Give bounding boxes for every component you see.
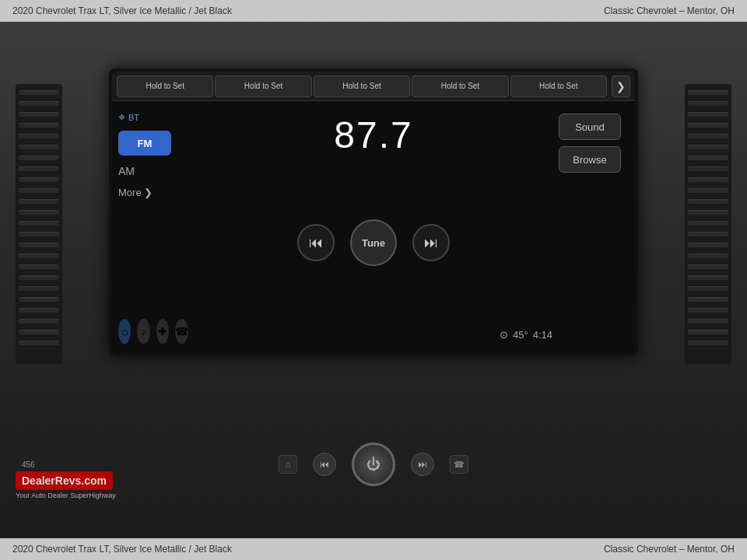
vent-slat xyxy=(19,286,59,291)
am-source-button[interactable]: AM xyxy=(118,162,188,180)
header-right: Classic Chevrolet – Mentor, OH xyxy=(604,5,735,16)
preset-button-2[interactable]: Hold to Set xyxy=(215,75,311,97)
add-icon: ✚ xyxy=(158,325,167,338)
preset-button-5[interactable]: Hold to Set xyxy=(510,75,607,97)
vent-slat xyxy=(19,145,59,149)
header-left: 2020 Chevrolet Trax LT, Silver Ice Metal… xyxy=(12,5,232,16)
screen-main-content: ⌖ BT FM AM More ❯ ⌂ ♪ xyxy=(112,101,635,353)
vent-slat xyxy=(19,199,59,204)
sound-button[interactable]: Sound xyxy=(559,114,621,140)
vent-slat xyxy=(19,232,59,236)
bt-label: BT xyxy=(128,113,139,122)
physical-controls: ⌂ ⏮ ⏻ ⏭ ☎ xyxy=(226,429,521,499)
vent-slat xyxy=(19,123,59,128)
watermark-logo[interactable]: DealerRevs.com xyxy=(16,471,113,490)
watermark-logo-suffix: .com xyxy=(81,474,107,487)
right-vent xyxy=(685,84,731,364)
bottom-nav-icons: ⌂ ♪ ✚ ☎ xyxy=(118,319,188,347)
vent-slat xyxy=(688,264,728,269)
fast-forward-button[interactable]: ⏭ xyxy=(412,224,450,261)
more-button[interactable]: More ❯ xyxy=(118,187,188,198)
music-nav-icon[interactable]: ♪ xyxy=(137,319,149,344)
left-panel: ⌖ BT FM AM More ❯ ⌂ ♪ xyxy=(118,107,188,347)
vent-slat xyxy=(19,275,59,280)
vent-slat xyxy=(19,156,59,160)
vent-slat xyxy=(19,221,59,226)
watermark-logo-text: DealerRevs xyxy=(22,474,81,487)
vent-slat xyxy=(688,188,728,193)
vent-slat xyxy=(19,330,59,334)
rewind-button[interactable]: ⏮ xyxy=(297,224,335,261)
vent-slat xyxy=(19,90,59,95)
phone-nav-icon[interactable]: ☎ xyxy=(175,319,188,344)
vent-slat xyxy=(688,221,728,226)
vent-slat xyxy=(688,286,728,291)
playback-controls: ⏮ Tune ⏭ xyxy=(297,219,450,266)
home-icon: ⌂ xyxy=(121,325,128,338)
tune-button[interactable]: Tune xyxy=(350,219,397,266)
vent-slat xyxy=(688,210,728,215)
vent-slat xyxy=(688,101,728,106)
music-icon: ♪ xyxy=(141,325,146,338)
vent-slat xyxy=(19,188,59,193)
next-track-icon: ⏭ xyxy=(418,459,427,470)
bluetooth-indicator: ⌖ BT xyxy=(118,110,188,124)
center-panel: 87.7 ⏮ Tune ⏭ ⊙ 45° 4:14 xyxy=(195,107,552,347)
preset-button-4[interactable]: Hold to Set xyxy=(412,75,508,97)
footer-left: 2020 Chevrolet Trax LT, Silver Ice Metal… xyxy=(12,544,232,555)
preset-next-arrow[interactable]: ❯ xyxy=(612,75,630,97)
vent-slat xyxy=(19,341,59,345)
vent-slat xyxy=(19,308,59,313)
fast-forward-icon: ⏭ xyxy=(424,235,438,251)
vent-slat xyxy=(688,330,728,334)
vent-slat xyxy=(19,243,59,247)
vent-slat xyxy=(688,275,728,280)
vent-slat xyxy=(19,319,59,324)
vent-slat xyxy=(19,112,59,117)
time-display: 4:14 xyxy=(533,329,552,341)
vent-slat xyxy=(19,177,59,182)
vent-slat xyxy=(688,297,728,302)
vent-slat xyxy=(19,134,59,138)
phone-physical-button[interactable]: ☎ xyxy=(450,455,468,474)
vent-slat xyxy=(19,297,59,302)
power-icon: ⏻ xyxy=(366,457,381,473)
footer-right: Classic Chevrolet – Mentor, OH xyxy=(604,544,735,555)
vent-slat xyxy=(688,156,728,160)
prev-track-button[interactable]: ⏮ xyxy=(313,453,336,476)
vent-slat xyxy=(19,264,59,269)
browse-button[interactable]: Browse xyxy=(559,146,621,173)
phone-icon: ☎ xyxy=(175,325,188,338)
add-nav-icon[interactable]: ✚ xyxy=(156,319,169,344)
frequency-display: 87.7 xyxy=(334,114,412,156)
next-track-button[interactable]: ⏭ xyxy=(411,453,434,476)
infotainment-screen: Hold to Set Hold to Set Hold to Set Hold… xyxy=(112,72,635,353)
home-nav-icon[interactable]: ⌂ xyxy=(118,319,131,344)
preset-row: Hold to Set Hold to Set Hold to Set Hold… xyxy=(112,72,635,101)
status-row: ⊙ 45° 4:14 xyxy=(195,329,552,341)
left-vent xyxy=(16,84,62,364)
location-icon: ⊙ xyxy=(500,329,508,341)
dealerrevs-watermark: 456 DealerRevs.com Your Auto Dealer Supe… xyxy=(16,471,116,499)
vent-slat xyxy=(688,254,728,258)
fm-source-button[interactable]: FM xyxy=(118,131,171,156)
bluetooth-icon: ⌖ xyxy=(118,110,125,124)
preset-button-3[interactable]: Hold to Set xyxy=(314,75,410,97)
rewind-icon: ⏮ xyxy=(309,235,323,251)
car-interior: Hold to Set Hold to Set Hold to Set Hold… xyxy=(0,22,747,538)
back-home-button[interactable]: ⌂ xyxy=(279,455,297,474)
vent-slat xyxy=(19,254,59,258)
footer-bar: 2020 Chevrolet Trax LT, Silver Ice Metal… xyxy=(0,538,747,560)
vent-slat xyxy=(688,232,728,236)
vent-slat xyxy=(19,210,59,215)
vent-slat xyxy=(19,101,59,106)
vent-slat xyxy=(688,90,728,95)
power-knob[interactable]: ⏻ xyxy=(352,443,395,486)
infotainment-screen-wrapper: Hold to Set Hold to Set Hold to Set Hold… xyxy=(109,68,638,356)
preset-button-1[interactable]: Hold to Set xyxy=(117,75,213,97)
vent-slat xyxy=(688,112,728,117)
temperature-display: 45° xyxy=(513,329,528,341)
vent-slat xyxy=(688,319,728,324)
vent-slat xyxy=(688,243,728,247)
vent-slat xyxy=(688,166,728,171)
